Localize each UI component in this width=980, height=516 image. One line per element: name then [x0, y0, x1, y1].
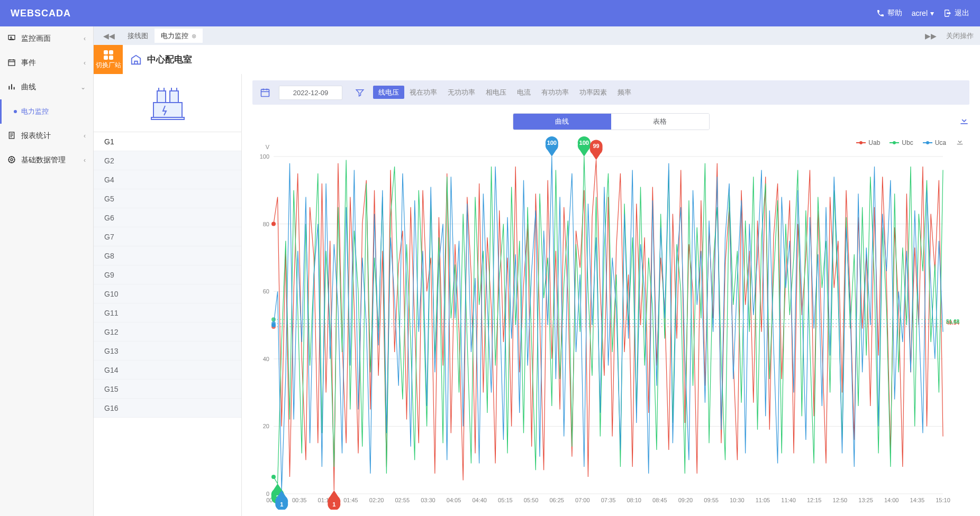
switch-station-button[interactable]: 切换厂站: [94, 45, 123, 74]
report-icon: [7, 131, 16, 141]
pin-Uab-min: 1: [328, 491, 340, 510]
chart-download-icon[interactable]: [956, 137, 964, 148]
metric-电流[interactable]: 电流: [512, 86, 536, 99]
tabs-bar: ◀◀ 接线图电力监控⊗ ▶▶ 关闭操作: [94, 26, 980, 45]
svg-point-70: [271, 317, 276, 321]
logout-button[interactable]: 退出: [943, 8, 969, 18]
sidebar-label: 监控画面: [21, 34, 51, 43]
user-label: acrel: [912, 9, 928, 17]
filter-icon: [355, 88, 365, 97]
sidebar-label: 报表统计: [21, 131, 51, 141]
svg-text:09:20: 09:20: [678, 497, 693, 503]
app-header: WEBSCADA 帮助 acrel ▾ 退出: [0, 0, 980, 26]
legend-Uab[interactable]: Uab: [856, 139, 880, 146]
help-link[interactable]: 帮助: [876, 8, 902, 18]
header-right: 帮助 acrel ▾ 退出: [876, 8, 969, 18]
logout-label: 退出: [955, 8, 969, 18]
svg-text:13:25: 13:25: [858, 497, 873, 503]
svg-text:100: 100: [547, 140, 557, 146]
svg-text:100: 100: [579, 140, 589, 146]
svg-text:80: 80: [263, 221, 269, 227]
chevron-right-icon: ‹: [84, 35, 86, 42]
filter-bar: 线电压视在功率无功功率相电压电流有功功率功率因素频率: [252, 80, 969, 105]
svg-text:11:40: 11:40: [781, 497, 796, 503]
svg-rect-15: [170, 91, 178, 103]
svg-text:10:30: 10:30: [730, 497, 745, 503]
svg-text:14:35: 14:35: [910, 497, 925, 503]
pin-Ubc-max: 100: [578, 136, 591, 156]
device-item-G7[interactable]: G7: [94, 227, 241, 246]
chart-panel: 线电压视在功率无功功率相电压电流有功功率功率因素频率 曲线 表格 UabUbcU…: [242, 74, 980, 516]
svg-text:02:55: 02:55: [395, 497, 410, 503]
sidebar-item-报表统计[interactable]: 报表统计‹: [0, 124, 93, 148]
device-item-G11[interactable]: G11: [94, 303, 241, 322]
device-item-G14[interactable]: G14: [94, 361, 241, 380]
device-item-G15[interactable]: G15: [94, 380, 241, 399]
sidebar: 监控画面‹事件‹曲线⌄电力监控报表统计‹基础数据管理‹: [0, 26, 94, 516]
table-toggle[interactable]: 表格: [611, 114, 709, 130]
svg-text:02:20: 02:20: [369, 497, 384, 503]
svg-text:1: 1: [332, 501, 335, 508]
svg-text:01:45: 01:45: [343, 497, 358, 503]
sidebar-item-基础数据管理[interactable]: 基础数据管理‹: [0, 148, 93, 172]
chart-area: UabUbcUca 020406080100V00:0000:3501:1001…: [252, 135, 969, 510]
sidebar-label: 基础数据管理: [21, 155, 66, 165]
sidebar-item-事件[interactable]: 事件‹: [0, 51, 93, 75]
svg-rect-20: [151, 117, 184, 119]
chevron-down-icon: ⌄: [80, 84, 86, 91]
tab-接线图[interactable]: 接线图: [121, 29, 155, 43]
curve-toggle[interactable]: 曲线: [513, 114, 611, 130]
grid-icon: [104, 50, 113, 60]
transformer-image: [94, 74, 241, 132]
device-item-G16[interactable]: G16: [94, 399, 241, 418]
device-item-G4[interactable]: G4: [94, 170, 241, 189]
sidebar-item-曲线[interactable]: 曲线⌄: [0, 75, 93, 99]
building-icon: [130, 54, 142, 66]
svg-text:07:00: 07:00: [575, 497, 590, 503]
device-item-G8[interactable]: G8: [94, 246, 241, 265]
legend-Ubc[interactable]: Ubc: [890, 139, 913, 146]
metric-无功功率[interactable]: 无功功率: [442, 86, 480, 99]
device-item-G9[interactable]: G9: [94, 265, 241, 284]
legend-Uca[interactable]: Uca: [923, 139, 946, 146]
device-item-G10[interactable]: G10: [94, 284, 241, 303]
calendar-icon: [260, 87, 270, 98]
pin-Uca-max: 100: [546, 136, 558, 156]
svg-text:11:05: 11:05: [756, 497, 770, 503]
user-menu[interactable]: acrel ▾: [912, 9, 934, 17]
close-icon[interactable]: ⊗: [192, 33, 196, 39]
svg-text:09:55: 09:55: [704, 497, 719, 503]
svg-rect-13: [153, 103, 182, 117]
svg-text:12:15: 12:15: [807, 497, 822, 503]
device-item-G1[interactable]: G1: [94, 132, 241, 151]
tab-prev-icon[interactable]: ◀◀: [100, 32, 118, 40]
device-item-G12[interactable]: G12: [94, 322, 241, 342]
device-item-G2[interactable]: G2: [94, 151, 241, 170]
chevron-right-icon: ‹: [84, 156, 86, 164]
device-item-G6[interactable]: G6: [94, 208, 241, 227]
chevron-right-icon: ‹: [84, 59, 86, 67]
svg-point-73: [271, 321, 276, 326]
device-panel: G1G2G4G5G6G7G8G9G10G11G12G13G14G15G16: [94, 74, 242, 516]
sidebar-child-电力监控[interactable]: 电力监控: [0, 99, 93, 124]
svg-text:05:50: 05:50: [524, 497, 539, 503]
sidebar-item-监控画面[interactable]: 监控画面‹: [0, 26, 93, 51]
metric-频率[interactable]: 频率: [612, 86, 637, 99]
device-list: G1G2G4G5G6G7G8G9G10G11G12G13G14G15G16: [94, 132, 241, 516]
svg-point-66: [271, 222, 276, 226]
metric-线电压[interactable]: 线电压: [373, 86, 404, 99]
metric-功率因素[interactable]: 功率因素: [574, 86, 612, 99]
close-ops-button[interactable]: 关闭操作: [946, 31, 974, 41]
device-item-G13[interactable]: G13: [94, 342, 241, 361]
device-item-G5[interactable]: G5: [94, 189, 241, 208]
tab-电力监控[interactable]: 电力监控⊗: [155, 29, 203, 43]
svg-rect-14: [157, 91, 166, 103]
download-icon[interactable]: [959, 115, 969, 126]
tab-next-icon[interactable]: ▶▶: [922, 32, 940, 40]
date-input[interactable]: [279, 86, 342, 100]
svg-text:04:40: 04:40: [472, 497, 487, 503]
metric-相电压[interactable]: 相电压: [480, 86, 512, 99]
metric-有功功率[interactable]: 有功功率: [536, 86, 574, 99]
metric-视在功率[interactable]: 视在功率: [404, 86, 442, 99]
sidebar-label: 曲线: [21, 82, 36, 92]
